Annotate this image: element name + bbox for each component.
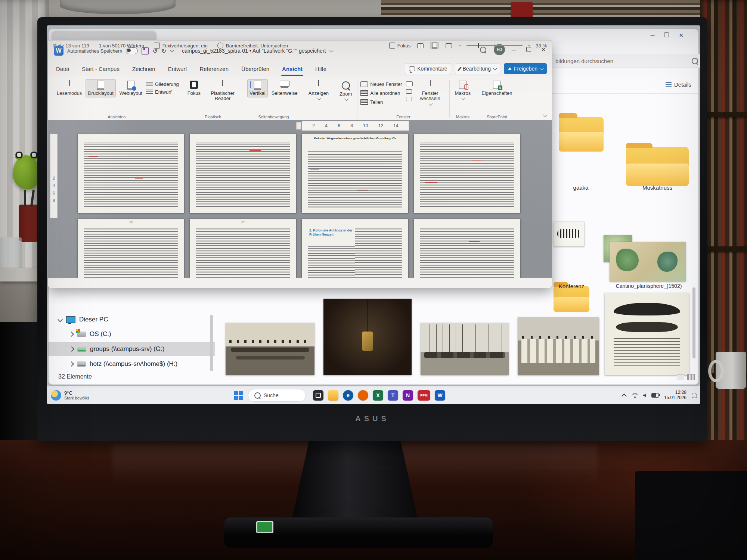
explorer-minimize-button[interactable]: ─	[651, 32, 655, 39]
weblayout-button[interactable]: Weblayout	[117, 79, 145, 97]
firefox-icon[interactable]	[358, 390, 368, 401]
eigenschaften-button[interactable]: Eigenschaften	[479, 79, 514, 97]
cantino-map-thumbnail[interactable]	[610, 242, 686, 281]
lesemodus-button[interactable]: Lesemodus	[55, 79, 84, 97]
word-maximize-button[interactable]	[522, 47, 535, 53]
word-icon[interactable]: W	[435, 390, 445, 401]
document-page[interactable]	[78, 134, 184, 213]
indent-markers[interactable]	[296, 122, 301, 130]
document-title[interactable]: campus_gi_52183_spitra-01 • Auf "Laufwer…	[182, 48, 326, 54]
teams-icon[interactable]: T	[388, 390, 398, 401]
tab-entwurf[interactable]: Entwurf	[167, 64, 188, 74]
tray-chevron-up-icon[interactable]	[622, 393, 627, 399]
share-button[interactable]: Freigeben	[504, 63, 547, 74]
tab-referenzen[interactable]: Referenzen	[199, 64, 229, 74]
document-page[interactable]	[414, 219, 520, 278]
makros-button[interactable]: Makros	[453, 79, 473, 102]
harbor-photo-thumbnail[interactable]	[421, 323, 509, 375]
explorer-maximize-button[interactable]	[664, 32, 669, 39]
gliederung-button[interactable]: Gliederung	[146, 81, 179, 87]
entwurf-ansicht-button[interactable]: Entwurf	[146, 89, 179, 95]
explorer-icon[interactable]	[328, 390, 338, 401]
zoom-slider[interactable]	[467, 45, 523, 46]
fokus-button[interactable]: Fokus	[185, 79, 203, 97]
document-page[interactable]: [14]	[190, 219, 296, 278]
alle-anordnen-button[interactable]: Alle anordnen	[360, 90, 402, 96]
collapse-ribbon-chevron-icon[interactable]	[543, 113, 547, 117]
tab-datei[interactable]: Datei	[55, 64, 70, 74]
reset-window-position-icon[interactable]	[406, 97, 412, 101]
word-close-button[interactable]: ✕	[537, 46, 550, 53]
view-side-by-side-icon[interactable]	[406, 81, 413, 86]
tab-ansicht[interactable]: Ansicht	[281, 64, 303, 74]
teilen-button[interactable]: Teilen	[360, 99, 402, 105]
excel-icon[interactable]: X	[373, 390, 383, 401]
chevron-right-icon[interactable]	[69, 346, 74, 352]
windows-start-icon[interactable]	[234, 391, 243, 400]
clock[interactable]: 12:28 15.01.2026	[664, 390, 686, 401]
quick-access-chevron-icon[interactable]	[170, 48, 174, 52]
horizontal-ruler[interactable]: 24 68 1012 14	[302, 121, 409, 131]
tree-item-hotz-drive[interactable]: hotz (\\campus-srv\home$) (H:)	[49, 357, 215, 371]
conference-photo-thumbnail[interactable]	[226, 323, 314, 375]
folder-icon-muskatnuss[interactable]	[626, 147, 689, 186]
search-icon[interactable]	[480, 47, 486, 53]
zoom-button[interactable]: Zoom	[337, 79, 354, 102]
explorer-search-box[interactable]: bildungen durchsuchen	[551, 54, 700, 68]
document-page[interactable]: [13]	[78, 219, 184, 278]
title-chevron-icon[interactable]	[329, 48, 334, 52]
fenster-wechseln-button[interactable]: Fenster wechseln	[414, 79, 446, 107]
task-view-icon[interactable]	[313, 390, 323, 401]
explorer-close-button[interactable]: ✕	[679, 32, 684, 39]
notification-bell-icon[interactable]	[692, 393, 697, 398]
image-label[interactable]: Cantino_planisphere_(1502)	[610, 283, 688, 289]
tree-item-dieser-pc[interactable]: Dieser PC	[49, 313, 215, 326]
tree-scrollbar[interactable]	[210, 315, 213, 371]
neues-fenster-button[interactable]: Neues Fenster	[360, 81, 402, 87]
tree-item-groups-drive[interactable]: groups (\\campus-srv) (G:)	[49, 342, 215, 356]
thumbnail-view-icon[interactable]	[687, 374, 695, 380]
vertical-ruler[interactable]: 24 68	[50, 134, 58, 218]
taskbar-search[interactable]: Suche	[248, 389, 306, 402]
save-icon[interactable]	[142, 47, 149, 55]
editing-mode-button[interactable]: Bearbeitung	[455, 63, 500, 74]
onenote-icon[interactable]: N	[403, 390, 413, 401]
list-view-icon[interactable]	[677, 374, 684, 380]
comments-button[interactable]: Kommentare	[405, 63, 451, 74]
drucklayout-button[interactable]: Drucklayout	[86, 79, 116, 97]
chevron-down-icon[interactable]	[58, 317, 63, 322]
tree-item-os-c[interactable]: OS (C:)	[49, 327, 215, 341]
chevron-right-icon[interactable]	[69, 361, 74, 367]
ship-diagram-thumbnail[interactable]	[605, 293, 689, 375]
synchronous-scrolling-icon[interactable]	[406, 89, 412, 94]
battery-icon[interactable]	[651, 393, 659, 398]
tab-ueberpruefen[interactable]: Überprüfen	[241, 64, 270, 74]
chevron-right-icon[interactable]	[69, 332, 74, 337]
tab-hilfe[interactable]: Hilfe	[314, 64, 327, 74]
spring-image-thumbnail[interactable]	[554, 222, 584, 246]
content-scrollbar[interactable]	[692, 287, 695, 358]
amulet-photo-thumbnail[interactable]	[323, 299, 412, 375]
folder-label[interactable]: Muskatnuss	[626, 184, 689, 191]
document-page[interactable]	[190, 134, 296, 213]
autosave-toggle[interactable]	[126, 47, 138, 54]
document-page[interactable]	[414, 134, 520, 213]
group-photo-thumbnail[interactable]	[518, 317, 599, 375]
folder-icon-konferenz[interactable]	[554, 286, 589, 312]
document-page[interactable]: 2. Koloniale Anfänge in der Frühen Neuze…	[302, 219, 408, 278]
tab-zeichnen[interactable]: Zeichnen	[131, 64, 156, 74]
ppm-icon[interactable]: PPM	[418, 390, 430, 401]
document-canvas[interactable]: 24 68 1012 14 24 68	[48, 120, 552, 278]
undo-icon[interactable]: ↺	[152, 47, 157, 55]
wifi-icon[interactable]	[632, 393, 638, 398]
tab-start-campus[interactable]: Start - Campus	[81, 64, 120, 74]
redo-icon[interactable]: ↻	[161, 47, 166, 55]
anzeigen-button[interactable]: Anzeigen	[306, 79, 331, 102]
weather-widget[interactable]: 9°C Stark bewölkt	[51, 390, 89, 401]
seitenweise-button[interactable]: Seitenweise	[269, 79, 300, 97]
plastischer-reader-button[interactable]: Plastischer Reader	[204, 79, 241, 103]
word-minimize-button[interactable]: ─	[507, 47, 520, 53]
details-view-button[interactable]: Details	[666, 81, 691, 88]
folder-label[interactable]: gaaka	[545, 184, 616, 191]
vertikal-button[interactable]: Vertikal	[247, 79, 268, 97]
